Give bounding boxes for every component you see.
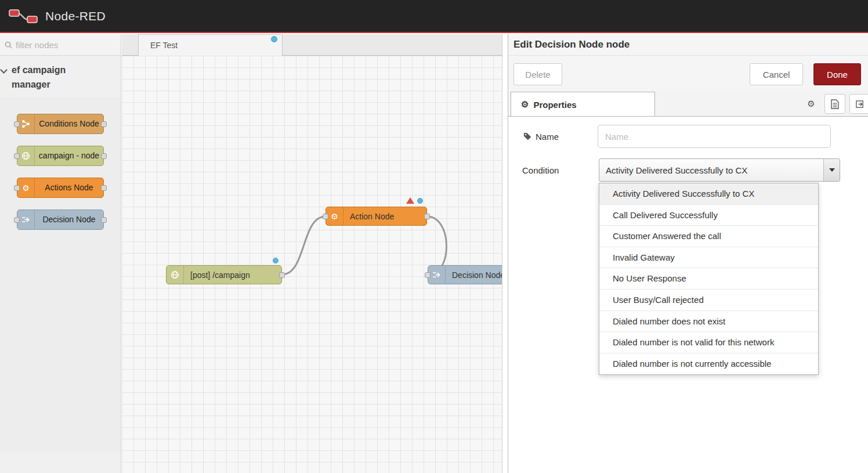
output-port bbox=[101, 217, 107, 223]
flow-node-action[interactable]: ⚙ Action Node bbox=[326, 207, 427, 226]
done-button[interactable]: Done bbox=[813, 63, 861, 85]
globe-icon bbox=[167, 266, 184, 284]
output-port bbox=[101, 153, 107, 159]
properties-form: Name Condition Activity Delivered Succes… bbox=[508, 117, 868, 473]
dropdown-option[interactable]: No User Response bbox=[599, 268, 818, 290]
tab-ef-test[interactable]: EF Test bbox=[138, 34, 283, 56]
arrow-icon bbox=[17, 210, 35, 229]
gear-icon: ⚙ bbox=[521, 99, 529, 110]
wire-layer bbox=[122, 56, 502, 473]
palette-node-label: campaign - node bbox=[35, 146, 103, 165]
gears-icon: ⚙ bbox=[17, 178, 35, 197]
dropdown-option[interactable]: User Busy/Call rejected bbox=[599, 290, 818, 311]
input-port bbox=[14, 185, 20, 191]
tab-properties-label: Properties bbox=[533, 100, 576, 110]
node-settings-button[interactable]: ⚙ bbox=[801, 94, 822, 114]
app-title: Node-RED bbox=[45, 9, 106, 23]
error-indicator-triangle bbox=[406, 197, 414, 204]
palette-node-label: Decision Node bbox=[35, 210, 103, 229]
input-port[interactable] bbox=[323, 214, 328, 219]
expand-icon bbox=[855, 100, 865, 109]
file-text-icon bbox=[831, 99, 839, 109]
dialog-toolbar: Delete Cancel Done bbox=[508, 56, 868, 92]
search-icon bbox=[5, 41, 12, 49]
palette-node-conditions[interactable]: Conditions Node bbox=[17, 114, 104, 134]
flow-node-label: [post] /campaign bbox=[184, 266, 256, 284]
dialog-title: Edit Decision Node node bbox=[508, 34, 868, 56]
output-port bbox=[101, 121, 107, 127]
dropdown-option[interactable]: Dialed number is not currently accessibl… bbox=[599, 353, 818, 375]
name-field-label: Name bbox=[523, 125, 559, 147]
condition-select[interactable]: Activity Delivered Successfully to CX bbox=[599, 158, 840, 182]
search-input[interactable] bbox=[16, 40, 131, 50]
tag-icon bbox=[523, 132, 531, 140]
palette-node-label: Conditions Node bbox=[35, 114, 103, 133]
output-port bbox=[101, 185, 107, 191]
condition-selected-value: Activity Delivered Successfully to CX bbox=[599, 165, 823, 175]
gears-icon: ⚙ bbox=[326, 207, 343, 225]
dropdown-option[interactable]: Call Delivered Successfully bbox=[599, 205, 818, 226]
tab-properties[interactable]: ⚙ Properties bbox=[511, 92, 655, 117]
flow-node-decision[interactable]: Decision Node bbox=[428, 265, 502, 284]
chevron-down-icon bbox=[0, 66, 8, 74]
delete-button[interactable]: Delete bbox=[513, 63, 562, 85]
appearance-button[interactable] bbox=[849, 94, 868, 114]
app-header: Node-RED bbox=[0, 0, 868, 33]
input-port bbox=[14, 217, 20, 223]
palette-category-header[interactable]: ef campaign manager bbox=[0, 56, 99, 98]
node-red-logo bbox=[8, 8, 38, 25]
wire[interactable] bbox=[282, 216, 326, 275]
dropdown-option[interactable]: Customer Answered the call bbox=[599, 226, 818, 247]
flow-node-label: Decision Node bbox=[446, 266, 502, 284]
arrow-icon bbox=[428, 266, 446, 284]
dropdown-option[interactable]: Dialed number does not exist bbox=[599, 311, 818, 333]
panel-splitter[interactable] bbox=[502, 34, 508, 473]
changed-indicator-dot bbox=[273, 258, 279, 263]
node-red-app: Node-RED ef campaign manager bbox=[0, 0, 868, 473]
flow-canvas[interactable]: [post] /campaign ⚙ Action Node bbox=[122, 56, 502, 473]
input-port bbox=[14, 153, 20, 159]
output-port[interactable] bbox=[424, 214, 430, 219]
condition-field-label: Condition bbox=[522, 159, 559, 181]
input-port[interactable] bbox=[425, 272, 431, 278]
branch-icon bbox=[17, 114, 35, 133]
palette-node-actions[interactable]: ⚙ Actions Node bbox=[17, 178, 104, 198]
palette-content: Conditions Node campaign - node bbox=[0, 98, 121, 453]
globe-icon bbox=[17, 146, 35, 165]
palette-sidebar: ef campaign manager Conditions Node bbox=[0, 34, 121, 473]
output-port[interactable] bbox=[279, 272, 285, 278]
palette-category-label: ef campaign manager bbox=[12, 65, 66, 89]
condition-dropdown-list: Activity Delivered Successfully to CX Ca… bbox=[599, 183, 819, 375]
cancel-button[interactable]: Cancel bbox=[750, 63, 803, 85]
flow-tabbar: EF Test bbox=[122, 34, 502, 56]
flow-node-label: Action Node bbox=[343, 207, 400, 225]
dropdown-option[interactable]: Dialed number is not valid for this netw… bbox=[599, 332, 818, 353]
input-port bbox=[14, 121, 20, 127]
dropdown-option[interactable]: Activity Delivered Successfully to CX bbox=[599, 183, 818, 205]
dialog-tabbar: ⚙ Properties ⚙ bbox=[508, 92, 868, 117]
gear-icon: ⚙ bbox=[807, 99, 815, 109]
flow-workspace: EF Test [post] /campaign bbox=[122, 34, 502, 473]
dropdown-option[interactable]: Invalid Gateway bbox=[599, 247, 818, 269]
changed-indicator-dot bbox=[417, 198, 423, 204]
modified-indicator-dot bbox=[271, 36, 277, 42]
palette-node-decision[interactable]: Decision Node bbox=[17, 210, 104, 230]
name-input[interactable] bbox=[598, 125, 831, 148]
palette-node-label: Actions Node bbox=[35, 178, 103, 197]
edit-node-dialog: Edit Decision Node node Delete Cancel Do… bbox=[508, 34, 868, 473]
chevron-down-icon bbox=[823, 159, 840, 181]
flow-tab-label: EF Test bbox=[150, 41, 178, 50]
flow-node-http-in-campaign[interactable]: [post] /campaign bbox=[166, 265, 282, 284]
palette-node-campaign[interactable]: campaign - node bbox=[17, 146, 104, 166]
description-button[interactable] bbox=[824, 94, 845, 114]
palette-search bbox=[0, 34, 121, 56]
